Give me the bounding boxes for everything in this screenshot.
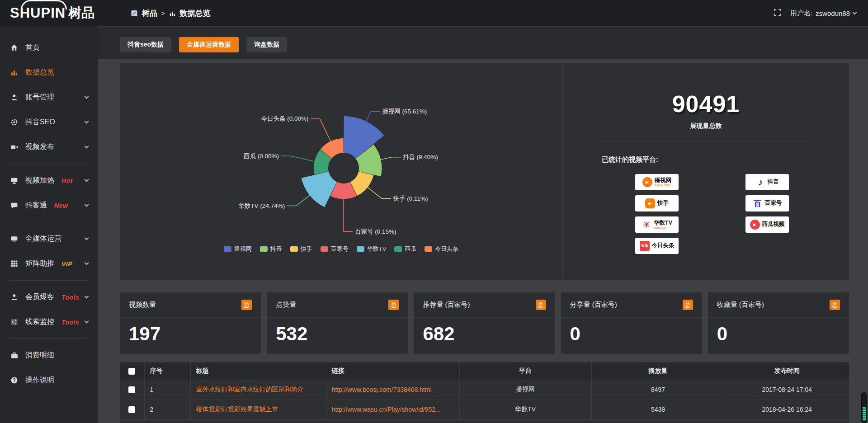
question-icon: ?: [10, 376, 19, 384]
sidebar-item-label: 全媒体运营: [25, 234, 61, 244]
overview-panel: 播视网 (65.61%)抖音 (9.40%)快手 (0.11%)百家号 (0.1…: [120, 63, 849, 280]
pie-chart-section: 播视网 (65.61%)抖音 (9.40%)快手 (0.11%)百家号 (0.1…: [120, 63, 563, 280]
wasu-icon: ✳: [642, 220, 651, 230]
cell-link[interactable]: http://www.boosj.com/7338468.html: [326, 380, 459, 400]
platform-badge[interactable]: ▶播视网boosj.com: [635, 174, 679, 190]
card-value: 682: [414, 318, 555, 345]
sidebar-item-member-burst[interactable]: 会员爆客 Tools: [0, 285, 98, 310]
legend-swatch: [260, 246, 268, 252]
platform-badge[interactable]: ▶西瓜视频: [745, 216, 789, 233]
cell-link[interactable]: http://www.wasu.cn/Play/show/id/952...: [326, 400, 459, 419]
breadcrumb-separator: >: [161, 10, 165, 17]
tools-tag: Tools: [61, 294, 79, 301]
sidebar-divider: [9, 222, 89, 222]
wallet-icon: [10, 352, 19, 359]
video-publish-icon: [10, 143, 19, 151]
monitor-icon: [10, 235, 19, 243]
platform-badge[interactable]: ▶快手: [635, 195, 679, 212]
platform-name: 百家号: [765, 200, 782, 206]
platform-badge[interactable]: ♪抖音: [745, 174, 789, 190]
platform-badge[interactable]: 百百家号: [745, 195, 789, 212]
total-badge[interactable]: 总: [241, 300, 252, 310]
fullscreen-icon[interactable]: [774, 9, 781, 18]
total-badge[interactable]: 总: [536, 300, 546, 310]
sidebar-item-instructions[interactable]: ? 操作说明: [0, 368, 98, 393]
total-badge[interactable]: 总: [830, 300, 840, 310]
scrollbar-track[interactable]: [861, 392, 867, 423]
col-header-time: 发布时间: [725, 362, 849, 380]
sidebar-item-home[interactable]: 首页: [0, 35, 98, 60]
legend-item[interactable]: 华数TV: [357, 245, 387, 253]
platform-badge[interactable]: 头条今日头条: [635, 238, 679, 254]
tab-douyin-seo-data[interactable]: 抖音seo数据: [120, 37, 171, 52]
tab-omnimedia-data[interactable]: 全媒体运营数据: [179, 37, 239, 52]
col-header-plays: 播放量: [591, 362, 725, 380]
home-icon: [10, 44, 19, 52]
summary-section: 90491 展现量总数 已统计的视频平台: ▶播视网boosj.com▶快手✳华…: [563, 63, 849, 280]
sidebar-divider: [9, 338, 89, 339]
chevron-down-icon: [85, 236, 89, 240]
stat-card-likes: 点赞量总 532: [267, 292, 408, 354]
breadcrumb-current[interactable]: 数据总览: [180, 8, 211, 19]
breadcrumb: 树品 > 数据总览: [131, 0, 211, 26]
chevron-down-icon: [85, 94, 89, 99]
stat-card-favorites: 收藏量 (百家号)总 0: [708, 292, 849, 354]
pie-label: 抖音 (9.40%): [403, 154, 438, 160]
legend-item[interactable]: 西瓜: [394, 245, 416, 253]
legend-item[interactable]: 百家号: [321, 245, 349, 253]
legend-item[interactable]: 快手: [290, 245, 312, 253]
card-value: 197: [120, 318, 261, 345]
chevron-down-icon: [85, 144, 89, 149]
card-title: 收藏量 (百家号): [717, 301, 764, 309]
legend-item[interactable]: 今日头条: [425, 245, 458, 253]
breadcrumb-root[interactable]: 树品: [142, 8, 157, 19]
sidebar-item-video-publish[interactable]: 视频发布: [0, 135, 98, 160]
pie-label: 快手 (0.11%): [392, 195, 428, 202]
cell-title[interactable]: 室外水纹灯和室内水纹灯的区别和简介: [190, 380, 326, 400]
cell-title[interactable]: 楼体投影灯投影效果震撼上市: [190, 400, 326, 419]
cell-num: 2: [144, 400, 190, 419]
sidebar-item-label: 抖音SEO: [25, 118, 55, 127]
legend-label: 华数TV: [367, 245, 387, 253]
sidebar-item-lead-monitor[interactable]: 线索监控 Tools: [0, 310, 98, 334]
legend-item[interactable]: 播视网: [224, 245, 252, 253]
user-menu[interactable]: 用户名: zswodun88: [790, 9, 856, 18]
sidebar-item-label: 消费明细: [25, 351, 54, 360]
card-title: 视频数量: [129, 301, 156, 309]
sidebar-item-data-overview[interactable]: 数据总览: [0, 60, 98, 85]
tab-inquiry-data[interactable]: 询盘数据: [246, 37, 287, 52]
total-badge[interactable]: 总: [388, 300, 399, 310]
header-divider: [98, 26, 868, 27]
sidebar-item-douketong[interactable]: 抖客通 New: [0, 193, 98, 218]
legend-label: 播视网: [234, 245, 252, 253]
sidebar-item-label: 矩阵助推: [25, 259, 54, 268]
scrollbar-thumb[interactable]: [863, 407, 866, 421]
select-all-checkbox[interactable]: [128, 368, 135, 375]
sidebar-item-douyin-seo[interactable]: 抖音SEO: [0, 110, 98, 135]
sidebar-item-omnimedia[interactable]: 全媒体运营: [0, 226, 98, 251]
legend-item[interactable]: 抖音: [260, 245, 282, 253]
sidebar-item-spending-details[interactable]: 消费明细: [0, 343, 98, 368]
bar-chart-icon: [10, 69, 19, 76]
main-content: 播视网 (65.61%)抖音 (9.40%)快手 (0.11%)百家号 (0.1…: [98, 59, 868, 423]
stat-card-shares: 分享量 (百家号)总 0: [561, 292, 702, 354]
sidebar-item-matrix-boost[interactable]: 矩阵助推 VIP: [0, 251, 98, 276]
sidebar-item-video-heat[interactable]: 视频加热 Hot: [0, 168, 98, 193]
total-badge[interactable]: 总: [683, 300, 693, 310]
pie-slice[interactable]: [301, 172, 337, 207]
row-checkbox[interactable]: [128, 406, 135, 413]
card-title: 点赞量: [276, 301, 296, 309]
sidebar-item-label: 操作说明: [25, 376, 54, 385]
sidebar-divider: [9, 280, 89, 281]
legend-label: 快手: [301, 245, 312, 253]
card-title: 分享量 (百家号): [570, 301, 617, 309]
stat-cards-row: 视频数量总 197 点赞量总 532 推荐量 (百家号)总 682 分享量 (百…: [120, 292, 849, 354]
topbar: SHUPIN 树品 树品 > 数据总览 用户名: zswodun88: [0, 0, 868, 26]
pie-label-line: [344, 199, 353, 231]
pie-label-line: [366, 112, 380, 122]
sidebar-item-accounts[interactable]: 账号管理: [0, 85, 98, 110]
row-checkbox[interactable]: [128, 386, 135, 393]
chat-icon: [10, 202, 19, 209]
platform-subtext: wasu.cn: [654, 226, 672, 230]
platform-badge[interactable]: ✳华数TVwasu.cn: [635, 216, 679, 233]
